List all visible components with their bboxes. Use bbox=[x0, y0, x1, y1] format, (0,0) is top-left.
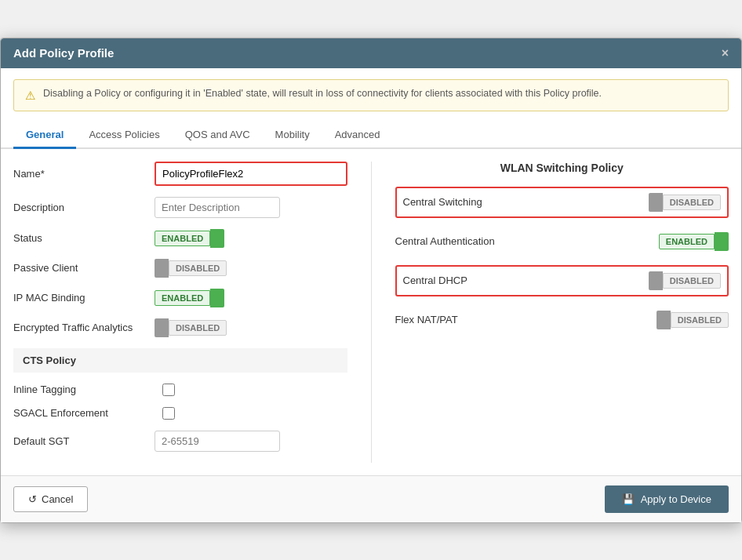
description-input[interactable] bbox=[155, 197, 280, 218]
eta-toggle-knob bbox=[155, 318, 169, 337]
modal-title: Add Policy Profile bbox=[13, 46, 114, 60]
default-sgt-input-wrapper bbox=[155, 431, 347, 452]
tab-advanced[interactable]: Advanced bbox=[322, 122, 393, 149]
warning-icon: ⚠ bbox=[25, 89, 35, 103]
flex-nat-row: Flex NAT/PAT DISABLED bbox=[395, 307, 729, 333]
inline-tagging-label: Inline Tagging bbox=[13, 384, 155, 395]
central-auth-toggle[interactable]: ENABLED bbox=[659, 232, 729, 251]
flex-nat-label: Flex NAT/PAT bbox=[395, 314, 657, 325]
flex-nat-toggle-label: DISABLED bbox=[671, 312, 729, 328]
sgacl-row: SGACL Enforcement bbox=[13, 407, 347, 420]
alert-banner: ⚠ Disabling a Policy or configuring it i… bbox=[13, 79, 729, 111]
tab-bar: General Access Policies QOS and AVC Mobi… bbox=[1, 122, 741, 149]
apply-label: Apply to Device bbox=[641, 493, 711, 505]
description-input-wrapper bbox=[155, 197, 347, 218]
central-dhcp-knob bbox=[649, 271, 663, 290]
passive-client-toggle-container: DISABLED bbox=[155, 259, 347, 278]
central-auth-label: Central Authentication bbox=[395, 235, 659, 247]
central-dhcp-toggle-label: DISABLED bbox=[663, 273, 721, 289]
default-sgt-input[interactable] bbox=[155, 431, 280, 452]
central-switching-toggle[interactable]: DISABLED bbox=[649, 193, 721, 212]
central-auth-knob bbox=[715, 232, 729, 251]
ip-mac-toggle[interactable]: ENABLED bbox=[155, 289, 224, 307]
description-field-row: Description bbox=[13, 197, 347, 218]
flex-nat-knob bbox=[657, 311, 671, 329]
sgacl-label: SGACL Enforcement bbox=[13, 407, 155, 419]
tab-mobility[interactable]: Mobility bbox=[263, 122, 322, 149]
name-box bbox=[155, 162, 347, 186]
cancel-icon: ↺ bbox=[28, 493, 37, 505]
passive-client-toggle[interactable]: DISABLED bbox=[155, 259, 227, 278]
status-toggle-label: ENABLED bbox=[155, 231, 210, 246]
eta-toggle-container: DISABLED bbox=[155, 318, 347, 337]
save-icon: 💾 bbox=[622, 493, 635, 505]
description-label: Description bbox=[13, 202, 155, 213]
cancel-label: Cancel bbox=[42, 493, 73, 505]
inline-tagging-checkbox[interactable] bbox=[162, 384, 175, 396]
default-sgt-label: Default SGT bbox=[13, 435, 155, 447]
eta-field-row: Encrypted Traffic Analytics DISABLED bbox=[13, 318, 347, 337]
wlan-section-title: WLAN Switching Policy bbox=[395, 162, 729, 174]
close-button[interactable]: × bbox=[722, 46, 729, 60]
tab-access-policies[interactable]: Access Policies bbox=[76, 122, 172, 149]
status-toggle-knob bbox=[210, 229, 224, 248]
central-switching-toggle-label: DISABLED bbox=[663, 195, 721, 210]
passive-client-toggle-label: DISABLED bbox=[169, 260, 227, 276]
cancel-button[interactable]: ↺ Cancel bbox=[13, 486, 88, 512]
right-panel: WLAN Switching Policy Central Switching … bbox=[372, 162, 729, 463]
ip-mac-toggle-knob bbox=[210, 289, 224, 307]
eta-toggle-label: DISABLED bbox=[169, 320, 227, 336]
apply-button[interactable]: 💾 Apply to Device bbox=[605, 485, 729, 513]
central-switching-knob bbox=[649, 193, 663, 212]
central-dhcp-label: Central DHCP bbox=[403, 275, 649, 286]
modal-footer: ↺ Cancel 💾 Apply to Device bbox=[1, 475, 741, 522]
status-field-row: Status ENABLED bbox=[13, 229, 347, 248]
central-auth-row: Central Authentication ENABLED bbox=[395, 229, 729, 254]
inline-tagging-row: Inline Tagging bbox=[13, 384, 347, 396]
add-policy-profile-modal: Add Policy Profile × ⚠ Disabling a Polic… bbox=[0, 38, 742, 523]
name-input[interactable] bbox=[161, 165, 286, 183]
name-label: Name* bbox=[13, 168, 155, 180]
passive-client-field-row: Passive Client DISABLED bbox=[13, 259, 347, 278]
central-dhcp-row: Central DHCP DISABLED bbox=[395, 265, 729, 296]
ip-mac-toggle-label: ENABLED bbox=[155, 290, 210, 306]
status-toggle-container: ENABLED bbox=[155, 229, 347, 248]
flex-nat-toggle[interactable]: DISABLED bbox=[657, 311, 729, 329]
left-panel: Name* Description Status E bbox=[13, 162, 372, 463]
name-input-wrapper bbox=[155, 162, 347, 186]
status-toggle[interactable]: ENABLED bbox=[155, 229, 224, 248]
tab-general[interactable]: General bbox=[13, 122, 76, 149]
ip-mac-label: IP MAC Binding bbox=[13, 292, 155, 304]
modal-body: Name* Description Status E bbox=[1, 149, 741, 475]
passive-client-toggle-knob bbox=[155, 259, 169, 278]
modal-header: Add Policy Profile × bbox=[1, 38, 741, 68]
central-auth-toggle-label: ENABLED bbox=[659, 234, 715, 249]
cts-policy-section: CTS Policy bbox=[13, 348, 347, 373]
ip-mac-field-row: IP MAC Binding ENABLED bbox=[13, 289, 347, 307]
alert-message: Disabling a Policy or configuring it in … bbox=[43, 88, 602, 99]
central-switching-label: Central Switching bbox=[403, 196, 649, 208]
ip-mac-toggle-container: ENABLED bbox=[155, 289, 347, 307]
status-label: Status bbox=[13, 232, 155, 244]
sgacl-checkbox[interactable] bbox=[162, 407, 175, 420]
passive-client-label: Passive Client bbox=[13, 262, 155, 274]
default-sgt-row: Default SGT bbox=[13, 431, 347, 452]
eta-label: Encrypted Traffic Analytics bbox=[13, 322, 155, 333]
tab-qos-avc[interactable]: QOS and AVC bbox=[173, 122, 263, 149]
name-field-row: Name* bbox=[13, 162, 347, 186]
eta-toggle[interactable]: DISABLED bbox=[155, 318, 227, 337]
central-switching-row: Central Switching DISABLED bbox=[395, 187, 729, 218]
central-dhcp-toggle[interactable]: DISABLED bbox=[649, 271, 721, 290]
